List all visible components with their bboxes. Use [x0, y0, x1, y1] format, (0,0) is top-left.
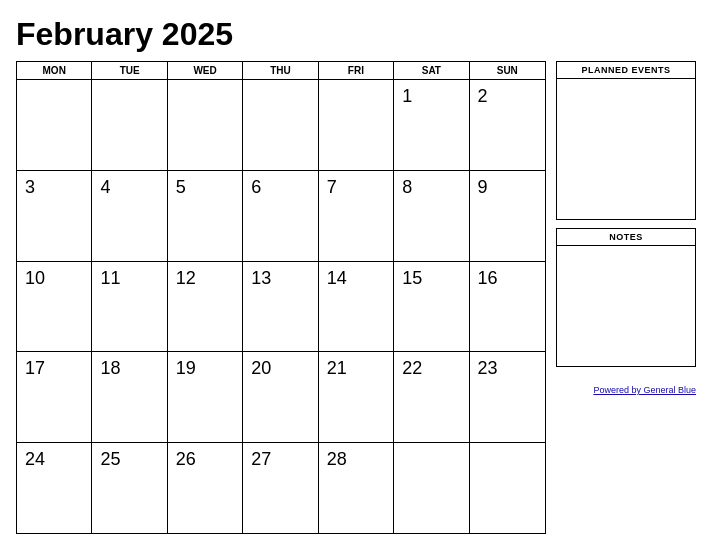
calendar-day[interactable]: 23	[470, 352, 545, 442]
planned-events-header: PLANNED EVENTS	[557, 62, 695, 79]
calendar-header-cell: SAT	[394, 62, 469, 79]
calendar-header-cell: SUN	[470, 62, 545, 79]
notes-body	[557, 246, 695, 366]
calendar-day[interactable]: 14	[319, 262, 394, 352]
calendar-day	[92, 80, 167, 170]
calendar-day	[168, 80, 243, 170]
calendar-week: 10111213141516	[17, 262, 545, 353]
powered-by-link[interactable]: Powered by General Blue	[593, 385, 696, 395]
calendar-day[interactable]: 1	[394, 80, 469, 170]
calendar-day[interactable]: 7	[319, 171, 394, 261]
calendar-day[interactable]: 18	[92, 352, 167, 442]
calendar-section: MONTUEWEDTHUFRISATSUN 123456789101112131…	[16, 61, 546, 534]
calendar-header-cell: THU	[243, 62, 318, 79]
calendar-day[interactable]: 24	[17, 443, 92, 533]
calendar-day[interactable]: 10	[17, 262, 92, 352]
calendar-day[interactable]: 3	[17, 171, 92, 261]
calendar-day[interactable]: 17	[17, 352, 92, 442]
calendar-day[interactable]: 11	[92, 262, 167, 352]
calendar-header-cell: WED	[168, 62, 243, 79]
calendar-day	[470, 443, 545, 533]
calendar-day[interactable]: 8	[394, 171, 469, 261]
powered-by: Powered by General Blue	[556, 379, 696, 397]
calendar-week: 12	[17, 80, 545, 171]
calendar-day[interactable]: 12	[168, 262, 243, 352]
calendar-day	[17, 80, 92, 170]
calendar-day[interactable]: 4	[92, 171, 167, 261]
calendar-day[interactable]: 22	[394, 352, 469, 442]
calendar-day[interactable]: 19	[168, 352, 243, 442]
planned-events-box: PLANNED EVENTS	[556, 61, 696, 220]
page: February 2025 MONTUEWEDTHUFRISATSUN 1234…	[0, 0, 712, 550]
notes-box: NOTES	[556, 228, 696, 367]
calendar-day[interactable]: 20	[243, 352, 318, 442]
notes-header: NOTES	[557, 229, 695, 246]
planned-events-body	[557, 79, 695, 219]
calendar-week: 2425262728	[17, 443, 545, 533]
calendar-header-row: MONTUEWEDTHUFRISATSUN	[17, 62, 545, 80]
calendar-week: 17181920212223	[17, 352, 545, 443]
calendar-day[interactable]: 6	[243, 171, 318, 261]
calendar-body: 1234567891011121314151617181920212223242…	[17, 80, 545, 533]
main-area: MONTUEWEDTHUFRISATSUN 123456789101112131…	[16, 61, 696, 534]
calendar-day[interactable]: 27	[243, 443, 318, 533]
calendar-day[interactable]: 13	[243, 262, 318, 352]
calendar-day[interactable]: 15	[394, 262, 469, 352]
month-title: February 2025	[16, 16, 696, 53]
sidebar: PLANNED EVENTS NOTES Powered by General …	[556, 61, 696, 534]
calendar-day[interactable]: 26	[168, 443, 243, 533]
calendar-week: 3456789	[17, 171, 545, 262]
calendar-day	[394, 443, 469, 533]
calendar-header-cell: MON	[17, 62, 92, 79]
calendar-day[interactable]: 21	[319, 352, 394, 442]
calendar-day	[319, 80, 394, 170]
calendar-day	[243, 80, 318, 170]
calendar-day[interactable]: 9	[470, 171, 545, 261]
calendar-header-cell: FRI	[319, 62, 394, 79]
calendar-day[interactable]: 16	[470, 262, 545, 352]
calendar-day[interactable]: 2	[470, 80, 545, 170]
calendar-day[interactable]: 28	[319, 443, 394, 533]
calendar-day[interactable]: 5	[168, 171, 243, 261]
calendar-header-cell: TUE	[92, 62, 167, 79]
calendar-day[interactable]: 25	[92, 443, 167, 533]
